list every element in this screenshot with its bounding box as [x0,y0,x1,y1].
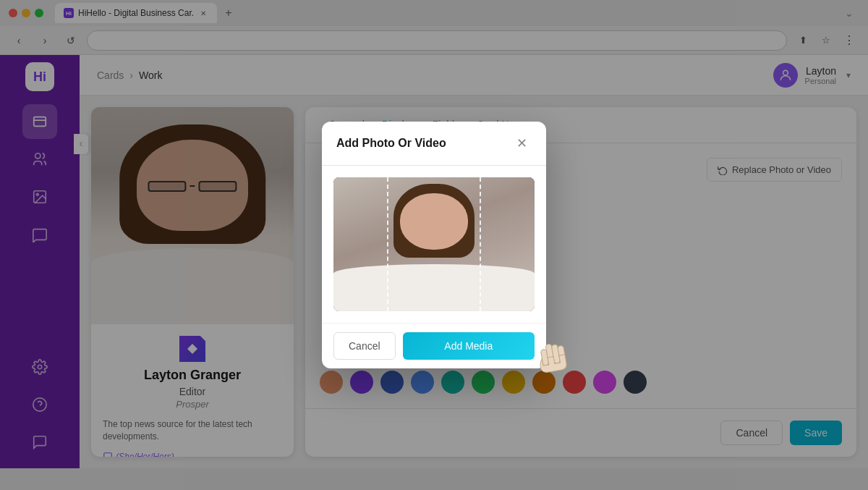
modal-close-button[interactable]: ✕ [511,133,532,153]
svg-rect-11 [551,344,560,363]
modal-header: Add Photo Or Video ✕ [322,122,546,166]
modal-body [322,166,546,323]
modal-overlay: Add Photo Or Video ✕ [0,0,868,490]
add-photo-modal: Add Photo Or Video ✕ [322,122,546,368]
photo-crop-area[interactable] [333,177,535,311]
modal-title: Add Photo Or Video [336,137,446,150]
svg-rect-10 [545,344,555,365]
modal-cancel-button[interactable]: Cancel [333,332,396,360]
modal-add-media-button[interactable]: Add Media [403,332,535,360]
modal-footer: Cancel Add Media [322,323,546,368]
svg-rect-12 [558,345,566,363]
crop-selection[interactable] [387,177,481,311]
